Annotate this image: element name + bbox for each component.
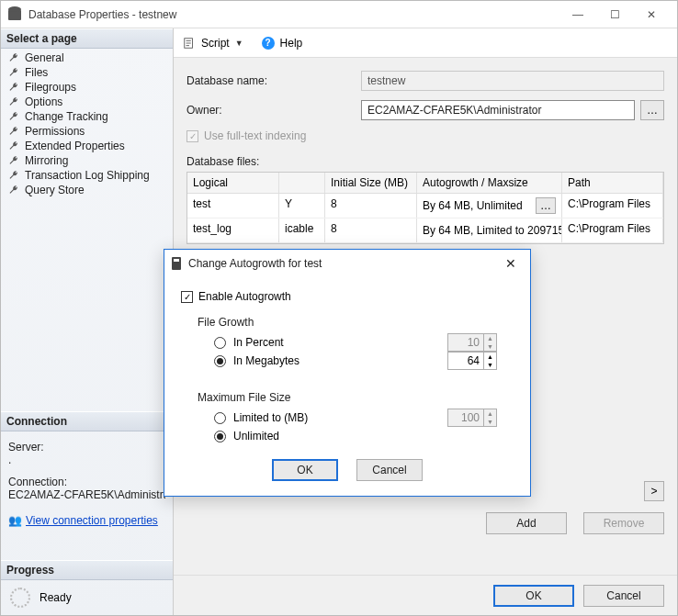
sidebar-page-permissions[interactable]: Permissions xyxy=(1,124,173,139)
max-file-size-label: Maximum File Size xyxy=(198,391,514,404)
cell-logical: test xyxy=(187,194,279,218)
dbfiles-label: Database files: xyxy=(186,155,664,168)
maximize-button[interactable]: ☐ xyxy=(596,2,633,28)
dbname-label: Database name: xyxy=(186,74,361,87)
database-icon xyxy=(8,9,21,20)
sidebar-page-options[interactable]: Options xyxy=(1,95,173,109)
modal-cancel-button[interactable]: Cancel xyxy=(356,459,423,481)
limited-to-label: Limited to (MB) xyxy=(233,411,308,424)
megabytes-spinner[interactable]: 64▲▼ xyxy=(447,352,497,370)
wrench-icon xyxy=(8,96,19,107)
col-path: Path xyxy=(562,173,663,193)
minimize-button[interactable]: — xyxy=(559,2,596,28)
wrench-icon xyxy=(8,82,19,93)
sidebar-page-mirroring[interactable]: Mirroring xyxy=(1,153,173,168)
sidebar-page-extended-properties[interactable]: Extended Properties xyxy=(1,139,173,153)
change-autogrowth-dialog: Change Autogrowth for test ✕ ✓ Enable Au… xyxy=(164,249,531,497)
modal-close-button[interactable]: ✕ xyxy=(499,253,523,274)
page-label: Filegroups xyxy=(25,81,76,94)
progress-status: Ready xyxy=(40,591,72,604)
in-percent-label: In Percent xyxy=(233,336,284,349)
page-label: Mirroring xyxy=(25,154,68,167)
grid-header: Logical Initial Size (MB) Autogrowth / M… xyxy=(187,173,663,194)
cell-autogrowth: By 64 MB, Limited to 209715...… xyxy=(417,218,562,242)
owner-browse-button[interactable]: … xyxy=(640,100,664,120)
owner-label: Owner: xyxy=(186,104,361,117)
spin-down-icon[interactable]: ▼ xyxy=(484,361,496,369)
page-label: General xyxy=(25,51,64,64)
spin-down-icon: ▼ xyxy=(484,418,496,426)
in-megabytes-radio[interactable] xyxy=(214,355,226,367)
progress-spinner-icon xyxy=(10,588,30,608)
cell-path: C:\Program Files xyxy=(562,218,663,242)
wrench-icon xyxy=(8,140,19,151)
limited-to-radio[interactable] xyxy=(214,412,226,424)
close-button[interactable]: ✕ xyxy=(633,2,670,28)
file-growth-label: File Growth xyxy=(198,316,514,329)
cell-initial-size: 8 xyxy=(325,218,417,242)
unlimited-radio[interactable] xyxy=(214,431,226,442)
fulltext-label: Use full-text indexing xyxy=(204,129,306,142)
dbfiles-grid[interactable]: Logical Initial Size (MB) Autogrowth / M… xyxy=(186,172,664,244)
progress-header: Progress xyxy=(1,560,173,580)
table-row[interactable]: test_logicable8By 64 MB, Limited to 2097… xyxy=(187,218,663,243)
script-icon xyxy=(183,37,196,50)
toolbar: Script ▼ ? Help xyxy=(174,28,677,58)
sidebar-page-query-store[interactable]: Query Store xyxy=(1,183,173,197)
sidebar-page-files[interactable]: Files xyxy=(1,65,173,80)
col-filetype xyxy=(279,173,325,193)
in-percent-radio[interactable] xyxy=(214,337,226,349)
enable-autogrowth-checkbox[interactable]: ✓ xyxy=(181,291,193,303)
wrench-icon xyxy=(8,155,19,166)
connection-panel: Server: . Connection: EC2AMAZ-CFARE5K\Ad… xyxy=(1,431,173,532)
help-button[interactable]: Help xyxy=(280,37,303,50)
scroll-right-button[interactable]: > xyxy=(644,481,664,501)
sidebar-page-transaction-log-shipping[interactable]: Transaction Log Shipping xyxy=(1,168,173,183)
dialog-icon xyxy=(172,257,181,270)
unlimited-label: Unlimited xyxy=(233,430,279,442)
col-autogrowth: Autogrowth / Maxsize xyxy=(417,173,562,193)
progress-panel: Ready xyxy=(1,580,173,615)
server-label: Server: xyxy=(8,441,165,454)
dialog-footer: OK Cancel xyxy=(174,575,677,615)
enable-autogrowth-label: Enable Autogrowth xyxy=(198,290,291,303)
page-label: Extended Properties xyxy=(25,140,125,152)
owner-field[interactable]: EC2AMAZ-CFARE5K\Administrator xyxy=(361,100,635,120)
window-title: Database Properties - testnew xyxy=(28,8,559,21)
sidebar-page-change-tracking[interactable]: Change Tracking xyxy=(1,109,173,124)
modal-ok-button[interactable]: OK xyxy=(272,459,338,481)
ok-button[interactable]: OK xyxy=(493,585,574,607)
page-label: Change Tracking xyxy=(25,110,108,123)
view-connection-properties-link[interactable]: View connection properties xyxy=(26,514,158,527)
percent-spinner: 10▲▼ xyxy=(447,333,497,352)
limited-spinner: 100▲▼ xyxy=(447,409,497,427)
script-dropdown-icon[interactable]: ▼ xyxy=(235,39,243,48)
autogrowth-edit-button[interactable]: … xyxy=(536,197,556,214)
cell-autogrowth: By 64 MB, Unlimited… xyxy=(417,194,562,218)
dbname-field: testnew xyxy=(361,71,664,91)
script-button[interactable]: Script xyxy=(201,37,230,50)
people-icon: 👥 xyxy=(8,514,22,527)
table-row[interactable]: testY8By 64 MB, Unlimited…C:\Program Fil… xyxy=(187,194,663,218)
select-page-header: Select a page xyxy=(1,28,173,49)
sidebar-page-general[interactable]: General xyxy=(1,50,173,65)
cell-path: C:\Program Files xyxy=(562,194,663,218)
col-initial-size: Initial Size (MB) xyxy=(325,173,417,193)
page-label: Permissions xyxy=(25,125,85,138)
spin-up-icon[interactable]: ▲ xyxy=(484,353,496,361)
cancel-button[interactable]: Cancel xyxy=(583,585,664,607)
sidebar-page-filegroups[interactable]: Filegroups xyxy=(1,80,173,95)
page-label: Files xyxy=(25,66,48,79)
col-logical: Logical xyxy=(187,173,279,193)
add-button[interactable]: Add xyxy=(486,512,567,534)
cell-filetype: icable xyxy=(279,218,325,242)
wrench-icon xyxy=(8,52,19,63)
help-icon: ? xyxy=(262,37,275,50)
cell-initial-size: 8 xyxy=(325,194,417,218)
cell-logical: test_log xyxy=(187,218,279,242)
connection-header: Connection xyxy=(1,411,173,431)
cell-filetype: Y xyxy=(279,194,325,218)
wrench-icon xyxy=(8,185,19,196)
modal-title: Change Autogrowth for test xyxy=(188,257,492,270)
connection-value: EC2AMAZ-CFARE5K\Administrator xyxy=(8,488,165,501)
